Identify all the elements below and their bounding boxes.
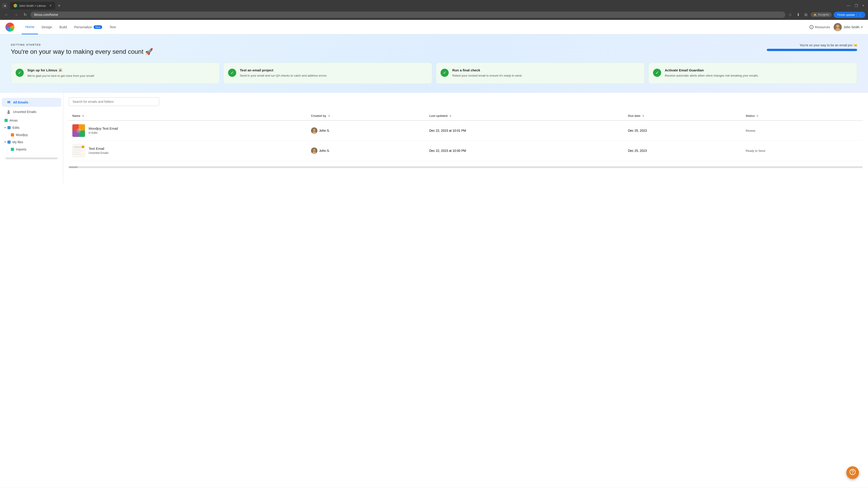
sidebar: ✉ All Emails Unsorted Emails Amas: [0, 93, 63, 183]
nav-back-button[interactable]: ←: [3, 11, 10, 18]
sidebar-folder-myfiles: ▾ My files Imports: [0, 138, 63, 153]
back-button[interactable]: ◀: [2, 3, 7, 8]
browser-tab-bar: ◀ John Smith > Litmus × + — ❐ ×: [0, 0, 868, 9]
step-check-icon-3: ✓: [440, 69, 449, 77]
email-name-2: Test Email: [89, 147, 108, 151]
nav-item-personalize[interactable]: Personalize New: [70, 20, 106, 34]
help-fab-button[interactable]: [846, 466, 859, 479]
column-header-last-updated[interactable]: Last updated ⇅: [426, 111, 624, 121]
bookmark-button[interactable]: ☆: [787, 11, 794, 18]
email-thumbnail-2: [72, 144, 85, 157]
svg-rect-17: [73, 151, 84, 151]
column-header-name[interactable]: Name ⇅: [69, 111, 307, 121]
table-row[interactable]: Test Email Unsorted Emails: [69, 140, 863, 161]
user-name-label: John Smith: [844, 25, 860, 29]
email-table: Name ⇅ Created by ⇅ Last updated ⇅ Due: [69, 111, 863, 161]
due-sort-icon: ⇅: [642, 115, 644, 117]
step-check-icon-2: ✓: [228, 69, 236, 77]
email-name-1: Moodjoy Test Email: [89, 127, 118, 130]
tab-title: John Smith > Litmus: [19, 4, 46, 7]
browser-chrome: ◀ John Smith > Litmus × + — ❐ × ← → ↻ ☆ …: [0, 0, 868, 20]
window-restore-button[interactable]: ❐: [853, 3, 860, 9]
sidebar-scrollbar[interactable]: [5, 158, 58, 159]
nav-item-build[interactable]: Build: [56, 20, 70, 34]
status-badge-2: Ready to Send: [746, 149, 765, 153]
download-button[interactable]: ⬇: [795, 11, 801, 18]
nav-forward-button[interactable]: →: [12, 11, 20, 18]
svg-point-12: [313, 129, 315, 131]
sidebar-folder-amas-header[interactable]: Amas: [0, 117, 63, 124]
getting-started-banner: GETTING STARTED You're on your way to ma…: [0, 34, 868, 93]
window-close-button[interactable]: ×: [861, 3, 866, 9]
step-description-1: We're glad you're here to get more from …: [27, 74, 94, 78]
personalize-new-badge: New: [94, 25, 102, 29]
finish-update-button[interactable]: Finish update ⋮: [834, 12, 865, 18]
user-menu-button[interactable]: John Smith ▾: [834, 23, 863, 31]
step-title-2: Test an email project: [240, 68, 327, 72]
status-sort-icon: ⇅: [756, 115, 758, 117]
sidebar-item-all-emails[interactable]: ✉ All Emails: [2, 98, 61, 107]
incognito-icon: 🕵: [813, 13, 817, 16]
column-header-status[interactable]: Status ⇅: [742, 111, 863, 121]
column-header-created-by[interactable]: Created by ⇅: [307, 111, 426, 121]
svg-point-20: [82, 145, 84, 148]
email-folder-2: Unsorted Emails: [89, 151, 108, 155]
email-table-header: Name ⇅ Created by ⇅ Last updated ⇅ Due: [69, 111, 863, 121]
sidebar-folder-edits-header[interactable]: ▾ Edits: [0, 124, 63, 131]
nav-item-test[interactable]: Test: [106, 20, 119, 34]
step-card-3: ✓ Run a final check Retest your revised …: [436, 63, 645, 84]
amas-folder-dot: [4, 119, 8, 122]
app: Home Design Build Personalize New Test i…: [0, 20, 868, 488]
nav-item-design[interactable]: Design: [38, 20, 56, 34]
sidebar-folder-amas: Amas: [0, 117, 63, 124]
created-by-cell-1: John S.: [307, 121, 426, 141]
name-sort-icon: ⇅: [82, 115, 84, 117]
last-updated-1: Dec 22, 2023 at 10:01 PM: [429, 129, 466, 132]
imports-folder-label: Imports: [16, 148, 26, 151]
unsorted-icon: [6, 109, 11, 114]
step-content-1: Sign up for Litmus 🎉 We're glad you're h…: [27, 68, 94, 78]
search-input[interactable]: [69, 97, 159, 106]
getting-started-label: GETTING STARTED: [11, 43, 153, 46]
svg-point-3: [8, 110, 9, 112]
nav-item-home[interactable]: Home: [22, 20, 38, 34]
address-bar[interactable]: [31, 11, 785, 18]
edits-folder-label: Edits: [12, 126, 20, 129]
sidebar-folder-myfiles-header[interactable]: ▾ My files: [0, 138, 63, 146]
step-title-4: Activate Email Guardian: [665, 68, 758, 72]
amas-folder-label: Amas: [9, 119, 18, 122]
user-avatar-image: [834, 23, 842, 31]
app-logo: [5, 23, 14, 32]
extensions-button[interactable]: ⧉: [803, 11, 809, 18]
svg-point-22: [313, 149, 315, 151]
sidebar-item-imports[interactable]: Imports: [0, 146, 63, 153]
incognito-button[interactable]: 🕵 Incognito: [811, 12, 832, 17]
step-check-icon-1: ✓: [16, 69, 24, 77]
email-name-cell-2: Test Email Unsorted Emails: [69, 140, 307, 161]
step-content-3: Run a final check Retest your revised em…: [452, 68, 522, 78]
window-minimize-button[interactable]: —: [845, 3, 852, 9]
edits-chevron-icon: ▾: [4, 126, 6, 129]
step-description-3: Retest your revised email to ensure it's…: [452, 73, 522, 78]
step-check-icon-4: ✓: [653, 69, 661, 77]
main-content: ✉ All Emails Unsorted Emails Amas: [0, 93, 868, 183]
nav-reload-button[interactable]: ↻: [22, 11, 29, 18]
browser-tab-active[interactable]: John Smith > Litmus ×: [10, 2, 55, 9]
creator-avatar-2: [311, 148, 317, 154]
status-cell-1: Review: [742, 121, 863, 141]
table-scrollbar[interactable]: [69, 166, 863, 168]
moodjoy-folder-label: Moodjoy: [16, 133, 28, 137]
tab-close-button[interactable]: ×: [50, 4, 52, 8]
resources-button[interactable]: i Resources: [809, 25, 830, 29]
sidebar-item-moodjoy[interactable]: Moodjoy: [0, 131, 63, 138]
new-tab-button[interactable]: +: [56, 2, 62, 9]
myfiles-chevron-icon: ▾: [4, 141, 6, 143]
creator-name-2: John S.: [319, 149, 330, 153]
created-by-cell-2: John S.: [307, 140, 426, 161]
column-header-due-date[interactable]: Due date ⇅: [624, 111, 742, 121]
finish-update-label: Finish update: [837, 13, 855, 17]
svg-point-1: [836, 25, 839, 28]
steps-grid: ✓ Sign up for Litmus 🎉 We're glad you're…: [11, 63, 857, 84]
sidebar-item-unsorted[interactable]: Unsorted Emails: [2, 107, 61, 116]
table-row[interactable]: Moodjoy Test Email in Edits: [69, 121, 863, 141]
